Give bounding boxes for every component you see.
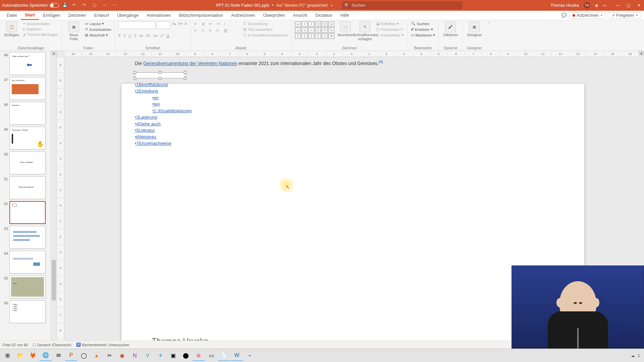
tab-insert[interactable]: Einfügen bbox=[39, 11, 64, 20]
thumbnail[interactable]: Presenter / Klicker✋ bbox=[9, 127, 46, 149]
toc-link[interactable]: •1Begriffsklärung bbox=[135, 82, 168, 87]
onenote-icon[interactable]: N bbox=[129, 350, 141, 361]
text-direction-button[interactable]: ↧ Textrichtung bbox=[243, 21, 288, 26]
intro-link[interactable]: Generalversammlung der Vereinten Natione… bbox=[143, 61, 237, 66]
arrange-button[interactable]: ⬚ Anordnen bbox=[337, 21, 354, 37]
shape-effects-button[interactable]: ◐ Formeffekte ▾ bbox=[376, 33, 404, 37]
record-button[interactable]: Aufzeichnen▾ bbox=[569, 12, 606, 19]
thumbnail-row[interactable]: 52 bbox=[1, 201, 50, 224]
select-button[interactable]: ▭ Markieren ▾ bbox=[411, 33, 435, 37]
tab-review[interactable]: Überprüfen bbox=[259, 11, 289, 20]
numbering-icon[interactable]: ≣ bbox=[202, 21, 208, 26]
toc-link[interactable]: •ten bbox=[152, 102, 160, 107]
grow-font-icon[interactable]: A▴ bbox=[172, 21, 176, 29]
scroll-up-icon[interactable]: ▲ bbox=[51, 51, 57, 56]
ribbon-mode-icon[interactable]: ▭ bbox=[603, 3, 606, 8]
tab-file[interactable]: Datei bbox=[3, 11, 21, 20]
shape-fill-button[interactable]: ◪ Fülleffekt ▾ bbox=[376, 21, 404, 26]
app-icon[interactable]: ▣ bbox=[167, 350, 179, 361]
cut-button[interactable]: ✂ Ausschneiden bbox=[23, 21, 58, 26]
highlight-icon[interactable]: 🖍 bbox=[160, 34, 164, 38]
strike-icon[interactable]: S bbox=[134, 34, 136, 38]
replace-button[interactable]: ⇄ Ersetzen ▾ bbox=[411, 27, 435, 32]
app-icon[interactable]: ◉ bbox=[116, 350, 128, 361]
search-input[interactable] bbox=[352, 3, 460, 8]
format-painter-button[interactable]: 🖌 Format übertragen bbox=[23, 33, 58, 37]
more-icon[interactable]: ⋯ bbox=[113, 3, 118, 8]
explorer-icon[interactable]: 📁 bbox=[14, 350, 26, 361]
font-family-combo[interactable] bbox=[118, 21, 155, 29]
coming-soon-icon[interactable]: ◈ bbox=[595, 3, 598, 8]
tab-record[interactable]: Aufzeichnen bbox=[227, 11, 259, 20]
search-box[interactable]: 🔍 bbox=[342, 1, 463, 9]
touch-mode-icon[interactable]: ↔ bbox=[103, 3, 108, 8]
underline-icon[interactable]: U bbox=[128, 34, 131, 38]
toc-link[interactable]: •5Literatur bbox=[135, 128, 155, 133]
columns-icon[interactable]: ▥ bbox=[224, 28, 230, 33]
thumbnail[interactable]: Texte formatieren bbox=[9, 176, 46, 199]
weather-icon[interactable]: ☁ bbox=[631, 353, 635, 358]
align-text-button[interactable]: ▤ Text ausrichten bbox=[243, 27, 288, 32]
shrink-font-icon[interactable]: A▾ bbox=[178, 21, 182, 29]
thumbnail-row[interactable]: 48Handout bbox=[1, 102, 50, 125]
vscode-icon[interactable]: V bbox=[142, 350, 154, 361]
autosave-toggle[interactable] bbox=[50, 3, 59, 8]
smartart-button[interactable]: ⬡ In SmartArt konvertieren bbox=[243, 33, 288, 37]
app-icon[interactable]: ▫ bbox=[244, 350, 256, 361]
slide-position[interactable]: Folie 52 von 60 bbox=[3, 343, 28, 347]
reset-button[interactable]: ↺ Zurücksetzen bbox=[85, 27, 111, 32]
thumbnail-row[interactable]: 56• item• item• item• item bbox=[1, 300, 50, 323]
language-indicator[interactable]: ▢ Deutsch (Österreich) bbox=[33, 343, 71, 347]
thumbnail-row[interactable]: 49Presenter / Klicker✋ bbox=[1, 127, 50, 149]
close-button[interactable]: ✕ bbox=[636, 3, 642, 8]
snip-icon[interactable]: ✂ bbox=[103, 350, 115, 361]
toc-link[interactable]: •en bbox=[152, 95, 159, 100]
slide-panel-scrollbar[interactable]: ▲ ▼ bbox=[51, 51, 57, 354]
italic-icon[interactable]: K bbox=[123, 34, 126, 38]
clear-format-icon[interactable]: A̷ bbox=[184, 21, 187, 29]
toc-link[interactable]: •3Lagerung bbox=[135, 115, 157, 120]
thumbnail[interactable]: Der Abschluss bbox=[9, 77, 46, 100]
thumbnail[interactable]: Was ist denn das ?⬅ bbox=[9, 52, 46, 75]
dictate-button[interactable]: 🎤 Diktieren bbox=[442, 21, 459, 37]
minimize-button[interactable]: — bbox=[614, 3, 621, 8]
thumbnail-row[interactable]: 54 bbox=[1, 251, 50, 274]
indent-dec-icon[interactable]: ⇤ bbox=[209, 21, 215, 26]
case-icon[interactable]: Aa bbox=[153, 34, 158, 38]
spacing-icon[interactable]: AV bbox=[146, 34, 151, 38]
shape-outline-button[interactable]: ◫ Formkontur ▾ bbox=[376, 27, 404, 32]
accessibility-check[interactable]: ♿ Barrierefreiheit: Untersuchen bbox=[76, 343, 129, 347]
tab-transitions[interactable]: Übergänge bbox=[113, 11, 143, 20]
thumbnail[interactable]: Texte vorlegen bbox=[9, 152, 46, 174]
save-icon[interactable]: 💾 bbox=[62, 3, 68, 8]
tab-home[interactable]: Start bbox=[21, 11, 39, 20]
app-icon[interactable]: 📄 bbox=[218, 350, 230, 361]
share-button[interactable]: ↗Freigeben▾ bbox=[608, 12, 641, 19]
obs-icon[interactable]: ⬤ bbox=[180, 350, 192, 361]
toc-link[interactable]: •2Einteilung bbox=[135, 88, 158, 94]
find-button[interactable]: 🔍 Suchen bbox=[411, 21, 435, 26]
layout-button[interactable]: ▭ Layout ▾ bbox=[85, 21, 111, 26]
collapse-ribbon-icon[interactable]: ⌃ bbox=[488, 21, 491, 26]
toc-link[interactable]: •6Weblinks bbox=[135, 134, 156, 139]
redo-icon[interactable]: ↷ bbox=[83, 3, 88, 8]
section-button[interactable]: ▤ Abschnitt ▾ bbox=[85, 33, 111, 37]
thumbnail-row[interactable]: 53 bbox=[1, 226, 50, 249]
scroll-up-icon[interactable]: ▲ bbox=[639, 51, 644, 56]
thumbnail-row[interactable]: 47Der Abschluss bbox=[1, 77, 50, 100]
telegram-icon[interactable]: ✈ bbox=[154, 350, 166, 361]
toc-link[interactable]: •4Siehe auch bbox=[135, 121, 161, 126]
from-beginning-icon[interactable]: ▢ bbox=[93, 3, 98, 8]
word-icon[interactable]: W bbox=[231, 350, 243, 361]
thumbnail-row[interactable]: 46Was ist denn das ?⬅ bbox=[1, 52, 50, 75]
tab-draw[interactable]: Zeichnen bbox=[64, 11, 90, 20]
justify-icon[interactable]: ≡ bbox=[216, 28, 222, 33]
vlc-icon[interactable]: ▲ bbox=[91, 350, 103, 361]
copy-button[interactable]: ⎘ Kopieren bbox=[23, 27, 58, 31]
shadow-icon[interactable]: ab bbox=[139, 34, 143, 38]
scroll-thumb[interactable] bbox=[52, 260, 56, 300]
designer-button[interactable]: ▦ Designer bbox=[466, 21, 483, 37]
toc-link[interactable]: •2.3Qualitätsklassen bbox=[152, 108, 192, 113]
line-spacing-icon[interactable]: ↕ bbox=[224, 21, 230, 26]
quick-styles-button[interactable]: ✎ Schnellformat- vorlagen bbox=[357, 21, 373, 41]
